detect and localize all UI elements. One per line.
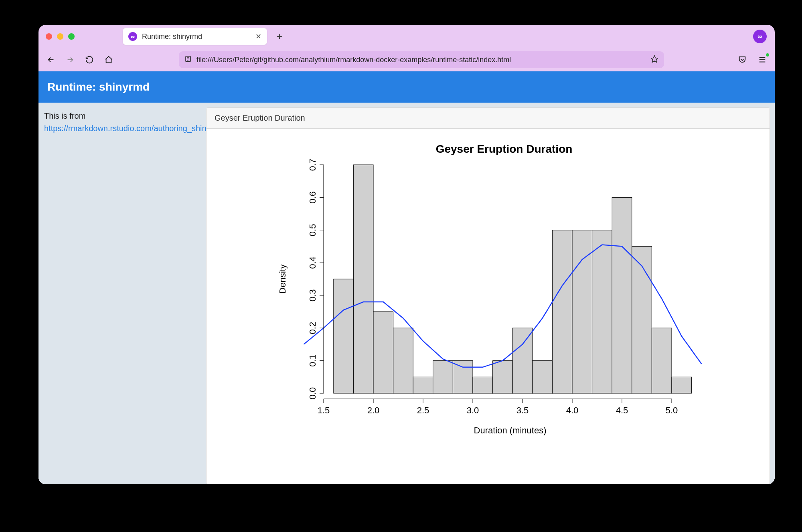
reload-button[interactable]	[84, 55, 95, 65]
panel-title: Geyser Eruption Duration	[207, 108, 770, 129]
svg-rect-13	[552, 230, 572, 393]
svg-marker-1	[651, 55, 658, 62]
svg-text:0.7: 0.7	[308, 159, 318, 171]
svg-rect-5	[393, 328, 413, 393]
svg-text:Geyser Eruption Duration: Geyser Eruption Duration	[436, 143, 573, 155]
svg-text:3.5: 3.5	[516, 405, 529, 415]
close-tab-button[interactable]: ✕	[255, 32, 261, 41]
page-viewport: Runtime: shinyrmd This is from https://r…	[38, 71, 775, 484]
svg-text:Duration (minutes): Duration (minutes)	[474, 425, 547, 435]
svg-rect-6	[413, 377, 433, 393]
svg-rect-10	[493, 361, 513, 393]
main-panel: Geyser Eruption Duration 1.52.02.53.03.5…	[206, 107, 770, 484]
window-controls	[46, 33, 75, 40]
svg-text:5.0: 5.0	[666, 405, 678, 415]
address-bar[interactable]: file:///Users/Peter/git/github.com/analy…	[179, 51, 664, 68]
svg-text:1.5: 1.5	[318, 405, 330, 415]
svg-rect-7	[433, 361, 453, 393]
svg-rect-16	[612, 197, 632, 393]
app-menu-icon[interactable]	[757, 55, 768, 65]
tab-title: Runtime: shinyrmd	[142, 32, 251, 41]
browser-tab[interactable]: ∞ Runtime: shinyrmd ✕	[123, 28, 267, 45]
close-window-button[interactable]	[46, 33, 52, 40]
tab-strip: ∞ Runtime: shinyrmd ✕ + ∞	[38, 25, 775, 48]
svg-text:4.0: 4.0	[566, 405, 579, 415]
svg-text:2.5: 2.5	[417, 405, 429, 415]
sidebar-text: This is from	[44, 111, 85, 120]
svg-rect-3	[353, 165, 373, 393]
sidebar: This is from https://rmarkdown.rstudio.c…	[38, 103, 206, 484]
svg-text:0.1: 0.1	[308, 354, 318, 367]
histogram-plot: 1.52.02.53.03.54.04.55.00.00.10.20.30.40…	[263, 141, 713, 445]
url-text: file:///Users/Peter/git/github.com/analy…	[196, 56, 646, 64]
svg-text:Density: Density	[277, 264, 288, 293]
app-body: This is from https://rmarkdown.rstudio.c…	[38, 103, 775, 484]
svg-rect-9	[473, 377, 493, 393]
svg-rect-11	[512, 328, 533, 393]
svg-rect-18	[652, 328, 672, 393]
forward-button[interactable]	[65, 55, 75, 65]
svg-text:0.2: 0.2	[308, 322, 318, 334]
plot-container: 1.52.02.53.03.54.04.55.00.00.10.20.30.40…	[207, 129, 770, 484]
svg-rect-15	[592, 230, 612, 393]
toolbar-right	[737, 55, 768, 65]
svg-text:0.0: 0.0	[308, 387, 318, 400]
svg-rect-12	[533, 361, 553, 393]
svg-text:3.0: 3.0	[467, 405, 479, 415]
maximize-window-button[interactable]	[68, 33, 75, 40]
svg-rect-17	[632, 247, 652, 393]
svg-rect-19	[672, 377, 692, 393]
svg-text:2.0: 2.0	[367, 405, 380, 415]
svg-rect-4	[373, 312, 393, 393]
bookmark-star-icon[interactable]	[650, 55, 658, 65]
home-button[interactable]	[103, 55, 114, 65]
extension-icon[interactable]: ∞	[753, 30, 767, 43]
new-tab-button[interactable]: +	[273, 31, 286, 42]
app-title: Runtime: shinyrmd	[47, 81, 150, 93]
pocket-icon[interactable]	[737, 55, 747, 65]
minimize-window-button[interactable]	[57, 33, 63, 40]
tab-favicon-icon: ∞	[128, 32, 137, 41]
page-info-icon[interactable]	[184, 55, 192, 65]
back-button[interactable]	[46, 55, 56, 65]
svg-rect-2	[334, 279, 354, 393]
browser-toolbar: file:///Users/Peter/git/github.com/analy…	[38, 48, 775, 71]
svg-text:0.3: 0.3	[308, 289, 318, 301]
svg-text:0.5: 0.5	[308, 224, 318, 237]
svg-text:0.6: 0.6	[308, 191, 318, 204]
svg-text:0.4: 0.4	[308, 257, 318, 269]
browser-window: ∞ Runtime: shinyrmd ✕ + ∞ file:///Users/…	[38, 25, 775, 484]
svg-text:4.5: 4.5	[616, 405, 628, 415]
svg-rect-8	[453, 361, 473, 393]
app-header: Runtime: shinyrmd	[38, 71, 775, 103]
